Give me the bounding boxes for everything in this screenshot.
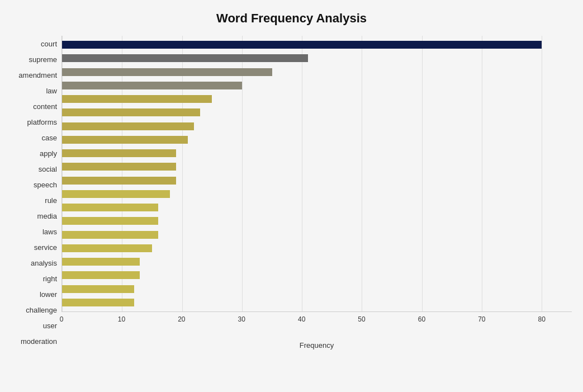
y-label-user: user [43, 322, 57, 329]
bar-right [62, 244, 152, 252]
bar-row-law [62, 79, 572, 92]
bar-challenge [62, 271, 140, 279]
y-label-supreme: supreme [29, 56, 57, 63]
y-label-rule: rule [45, 197, 57, 204]
chart-title: Word Frequency Analysis [11, 11, 572, 26]
bar-row-case [62, 120, 572, 133]
bar-row-amendment [62, 65, 572, 79]
bar-speech [62, 163, 176, 171]
bar-media [62, 190, 170, 198]
bar-analysis [62, 231, 158, 239]
bar-row-lower [62, 255, 572, 268]
y-label-apply: apply [40, 150, 57, 157]
bar-court [62, 41, 542, 49]
y-label-case: case [42, 134, 57, 141]
x-tick-80: 80 [538, 315, 546, 323]
y-label-amendment: amendment [18, 72, 57, 79]
bar-amendment [62, 68, 272, 76]
bar-row-rule [62, 174, 572, 187]
y-label-challenge: challenge [26, 306, 57, 314]
x-axis: 01020304050607080 [61, 312, 572, 329]
bar-platforms [62, 108, 200, 116]
x-tick-60: 60 [418, 315, 425, 323]
bar-row-analysis [62, 228, 572, 242]
bar-lower [62, 258, 140, 266]
y-label-analysis: analysis [31, 259, 57, 267]
bar-row-court [62, 38, 572, 51]
bar-moderation [62, 299, 134, 306]
bar-row-challenge [62, 268, 572, 282]
bar-apply [62, 136, 188, 144]
bar-case [62, 122, 194, 130]
bar-row-right [62, 242, 572, 255]
y-label-laws: laws [42, 228, 57, 235]
x-tick-10: 10 [118, 315, 125, 323]
x-tick-70: 70 [478, 315, 485, 323]
bar-laws [62, 204, 158, 211]
y-label-moderation: moderation [21, 338, 57, 345]
bar-supreme [62, 54, 308, 62]
chart-container: Word Frequency Analysis courtsupremeamen… [0, 0, 583, 392]
bar-content [62, 95, 212, 103]
bar-rule [62, 177, 176, 185]
y-label-right: right [43, 275, 57, 282]
bar-row-speech [62, 160, 572, 173]
chart-area: courtsupremeamendmentlawcontentplatforms… [11, 36, 572, 350]
x-axis-title: Frequency [61, 341, 572, 350]
bar-row-service [62, 214, 572, 228]
y-label-content: content [33, 103, 57, 110]
bar-law [62, 82, 242, 89]
bar-row-platforms [62, 106, 572, 119]
bar-row-supreme [62, 51, 572, 65]
bar-row-content [62, 92, 572, 106]
y-labels: courtsupremeamendmentlawcontentplatforms… [11, 36, 61, 350]
x-tick-50: 50 [358, 315, 365, 323]
bar-row-moderation [62, 296, 572, 309]
bars-section [61, 36, 572, 312]
bar-user [62, 285, 134, 293]
y-label-platforms: platforms [27, 119, 57, 126]
x-tick-30: 30 [238, 315, 245, 323]
y-label-court: court [41, 40, 57, 48]
bars-wrapper [62, 36, 572, 311]
x-tick-0: 0 [60, 315, 64, 323]
bar-row-apply [62, 133, 572, 147]
y-label-law: law [46, 87, 57, 95]
bar-service [62, 217, 158, 225]
bar-row-media [62, 187, 572, 201]
bar-row-laws [62, 201, 572, 214]
y-label-speech: speech [34, 181, 57, 188]
y-label-lower: lower [40, 291, 57, 298]
bar-row-social [62, 147, 572, 160]
y-label-media: media [37, 212, 57, 220]
x-tick-40: 40 [298, 315, 305, 323]
y-label-service: service [34, 244, 57, 251]
bar-row-user [62, 282, 572, 296]
bars-and-x: 01020304050607080 Frequency [61, 36, 572, 350]
y-label-social: social [39, 166, 57, 173]
bar-social [62, 149, 176, 157]
x-tick-20: 20 [178, 315, 185, 323]
